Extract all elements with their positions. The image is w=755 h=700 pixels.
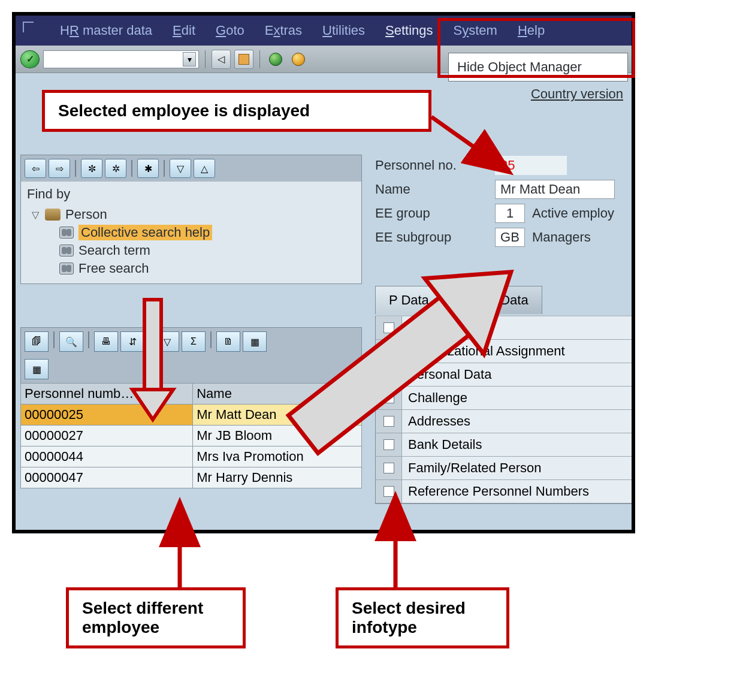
filter-icon[interactable]: ▽ — [170, 159, 191, 178]
menu-edit[interactable]: Edit — [173, 23, 195, 38]
name-value: Mr Matt Dean — [495, 180, 615, 199]
personnel-no-value[interactable]: 25 — [495, 156, 567, 175]
tree-add-icon[interactable]: ✼ — [81, 159, 102, 178]
infotype-row[interactable]: Organizational Assignment — [376, 340, 632, 363]
checkbox-icon[interactable] — [383, 463, 394, 473]
personnel-no-label: Personnel no. — [375, 158, 495, 173]
layout-icon[interactable]: ▦ — [243, 331, 267, 352]
checkbox-icon[interactable] — [383, 486, 394, 497]
toolbar-separator-icon — [131, 160, 132, 177]
infotype-label: Personal Data — [402, 363, 632, 386]
menu-help[interactable]: Help — [518, 23, 545, 38]
ee-subgroup-label: EE subgroup — [375, 230, 495, 245]
menu-utilities[interactable]: Utilities — [322, 23, 365, 38]
tree-expand-icon[interactable]: ✲ — [105, 159, 126, 178]
infotype-row[interactable]: Family/Related Person — [376, 457, 632, 480]
table-row[interactable]: 00000044 Mrs Iva Promotion — [21, 446, 362, 467]
callout-select-infotype: Select desired infotype — [336, 587, 509, 648]
infotype-row[interactable]: ons — [376, 316, 632, 340]
menu-system[interactable]: System — [454, 23, 497, 38]
infotype-label: Reference Personnel Numbers — [402, 480, 632, 503]
infotype-label: ons — [402, 316, 632, 339]
tree-node-collective-search[interactable]: Collective search help — [26, 224, 357, 242]
col-name[interactable]: Name — [193, 384, 362, 405]
checkbox-icon[interactable] — [383, 393, 394, 403]
command-field[interactable]: ▾ — [43, 50, 199, 68]
infotype-row[interactable]: Bank Details — [376, 433, 632, 457]
choose-layout-icon[interactable]: ▦ — [25, 359, 49, 379]
cell-pn: 00000047 — [21, 467, 193, 488]
cell-name: Mr Harry Dennis — [193, 467, 362, 488]
binoculars-icon — [59, 227, 74, 239]
ee-group-label: EE group — [375, 206, 495, 221]
tree-collapse-icon[interactable]: ✱ — [137, 159, 159, 178]
ee-subgroup-code: GB — [495, 228, 525, 247]
infotype-label: Bank Details — [402, 433, 632, 456]
col-personnel-number[interactable]: Personnel numb… — [21, 384, 193, 405]
tab-payroll-data[interactable]: Payroll Data — [443, 286, 542, 314]
cell-name: Mrs Iva Promotion — [193, 446, 362, 467]
infotype-row[interactable]: Challenge — [376, 387, 632, 410]
tab-personal-data[interactable]: P Data — [375, 286, 443, 314]
table-row[interactable]: 00000047 Mr Harry Dennis — [21, 467, 362, 488]
print-icon[interactable]: 🖶 — [94, 331, 118, 352]
back-icon[interactable]: ◁ — [212, 50, 231, 69]
toolbar-separator-icon — [164, 160, 165, 177]
settings-dropdown: Hide Object Manager — [448, 53, 628, 82]
table-row[interactable]: 00000027 Mr JB Bloom — [21, 426, 362, 446]
infotype-label: Family/Related Person — [402, 457, 632, 479]
filter-icon[interactable]: ▽ — [155, 331, 179, 352]
tree-node-search-term[interactable]: Search term — [26, 242, 357, 260]
dd-item-country-version[interactable]: Country version — [531, 86, 623, 102]
layout-icon[interactable]: △ — [194, 159, 215, 178]
details-icon[interactable]: 🗐 — [25, 331, 49, 352]
dd-item-hide-object-manager[interactable]: Hide Object Manager — [449, 53, 627, 81]
menu-settings[interactable]: Settings — [385, 23, 433, 38]
tree-label: Free search — [78, 261, 149, 276]
toolbar-separator-icon — [149, 331, 150, 348]
menu-extras[interactable]: Extras — [265, 23, 302, 38]
checkbox-icon[interactable] — [383, 369, 394, 380]
toolbar-separator-icon — [88, 331, 89, 348]
infotype-row[interactable]: Reference Personnel Numbers — [376, 480, 632, 503]
find-by-panel: Find by ▽ Person Collective search help … — [20, 182, 362, 284]
sort-icon[interactable]: ⇵ — [120, 331, 144, 352]
menu-goto[interactable]: Goto — [216, 23, 244, 38]
cell-pn: 00000027 — [21, 426, 193, 446]
tree-expand-icon[interactable]: ▽ — [31, 209, 40, 221]
person-icon — [45, 209, 61, 221]
tree-node-free-search[interactable]: Free search — [26, 260, 357, 277]
export-icon[interactable]: 🗎 — [216, 331, 240, 352]
infotype-label: Organizational Assignment — [402, 340, 632, 363]
infotype-label: Challenge — [402, 387, 632, 409]
menubar: HR HR master datamaster data Edit Goto E… — [16, 16, 632, 46]
ee-subgroup-text: Managers — [532, 230, 591, 245]
result-box: 🗐 🔍 🖶 ⇵ ▽ Σ 🗎 ▦ ▦ Personnel numb… — [20, 327, 362, 488]
command-dropdown-icon[interactable]: ▾ — [183, 52, 196, 67]
cell-name: Mr JB Bloom — [193, 426, 362, 446]
checkbox-icon[interactable] — [383, 346, 394, 357]
infotype-row[interactable]: Personal Data — [376, 363, 632, 387]
callout-selected-employee: Selected employee is displayed — [42, 90, 431, 132]
ok-icon[interactable] — [20, 50, 40, 68]
menu-hr-master-data[interactable]: HR HR master datamaster data — [60, 23, 152, 38]
globe-yellow-icon[interactable] — [289, 50, 308, 69]
search-icon[interactable]: 🔍 — [59, 331, 83, 352]
table-row[interactable]: 00000025 Mr Matt Dean — [21, 405, 362, 426]
checkbox-icon[interactable] — [383, 322, 394, 333]
globe-green-icon[interactable] — [266, 50, 285, 69]
tree-label: Collective search help — [78, 225, 212, 240]
sum-icon[interactable]: Σ — [182, 331, 206, 352]
checkbox-icon[interactable] — [383, 439, 394, 450]
om-toolbar: ⇦ ⇨ ✼ ✲ ✱ ▽ △ — [20, 155, 362, 182]
checkbox-icon[interactable] — [383, 416, 394, 427]
nav-next-icon[interactable]: ⇨ — [49, 159, 70, 178]
nav-prev-icon[interactable]: ⇦ — [25, 159, 46, 178]
find-by-label: Find by — [26, 185, 357, 206]
employee-table: Personnel numb… Name 00000025 Mr Matt De… — [20, 383, 362, 488]
save-icon[interactable] — [234, 50, 253, 69]
toolbar-separator-icon — [259, 50, 260, 68]
cell-pn: 00000044 — [21, 446, 193, 467]
infotype-row[interactable]: Addresses — [376, 410, 632, 433]
tree-node-person[interactable]: ▽ Person — [26, 206, 357, 224]
